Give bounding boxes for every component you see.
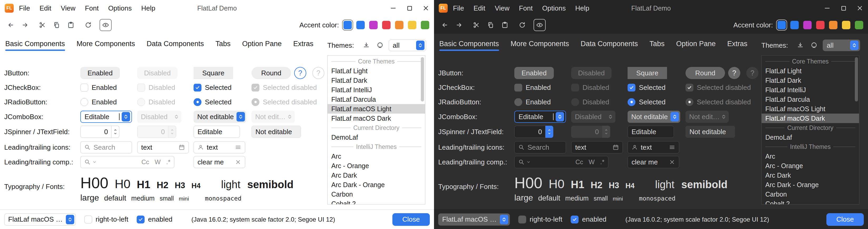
menu-help[interactable]: Help <box>575 4 589 12</box>
tab-data-components[interactable]: Data Components <box>147 34 204 54</box>
spinner-value[interactable]: 0 <box>80 126 112 138</box>
theme-item-flatlaf-dark[interactable]: FlatLaf Dark <box>762 76 859 85</box>
match-case-toggle[interactable]: Cc <box>142 159 149 166</box>
theme-item-flatlaf-light[interactable]: FlatLaf Light <box>328 66 425 76</box>
textfield-editable[interactable]: Editable <box>627 126 674 138</box>
close-dialog-button[interactable]: Close <box>827 213 864 226</box>
theme-item-flatlaf-darcula[interactable]: FlatLaf Darcula <box>762 95 859 104</box>
show-hidden-toggle-button[interactable] <box>533 19 546 31</box>
cut-button[interactable] <box>470 19 483 31</box>
theme-item-flatlaf-light[interactable]: FlatLaf Light <box>762 66 859 76</box>
spinner-buttons[interactable] <box>546 126 553 138</box>
maximize-button[interactable] <box>835 0 852 16</box>
spinner-down-icon[interactable] <box>113 132 118 135</box>
theme-item-cobalt2[interactable]: Cobalt 2 <box>762 199 859 204</box>
menu-view[interactable]: View <box>495 4 509 12</box>
calendar-icon[interactable] <box>613 144 619 150</box>
combobox-arrow-button[interactable] <box>122 112 130 121</box>
look-and-feel-combobox[interactable]: FlatLaf macOS Li... <box>4 213 76 226</box>
combobox-arrow-button[interactable] <box>237 112 245 121</box>
theme-item-arc-orange[interactable]: Arc - Orange <box>762 161 859 171</box>
tab-data-components[interactable]: Data Components <box>581 34 638 54</box>
right-to-left-checkbox[interactable]: right-to-left <box>84 215 128 224</box>
theme-item-arc-dark[interactable]: Arc Dark <box>328 171 425 180</box>
look-and-feel-combobox[interactable]: FlatLaf macOS D... <box>438 213 510 226</box>
download-themes-button[interactable] <box>361 40 371 50</box>
copy-button[interactable] <box>51 19 63 31</box>
show-hidden-toggle-button[interactable] <box>99 19 112 31</box>
tab-option-pane[interactable]: Option Pane <box>676 34 715 54</box>
theme-item-arc[interactable]: Arc <box>328 151 425 161</box>
combobox-editable[interactable]: Editable <box>514 111 566 123</box>
forward-button[interactable] <box>453 19 465 31</box>
whole-words-toggle[interactable]: W <box>589 159 595 166</box>
clear-icon[interactable] <box>235 159 241 165</box>
cut-button[interactable] <box>36 19 49 31</box>
combobox-editable[interactable]: Editable <box>80 111 132 123</box>
theme-item-arc-orange[interactable]: Arc - Orange <box>328 161 425 171</box>
menu-font[interactable]: Font <box>519 4 533 12</box>
accent-swatch-default[interactable] <box>343 21 352 29</box>
enabled-checkbox[interactable]: enabled <box>137 215 173 224</box>
tab-extras[interactable]: Extras <box>293 34 314 54</box>
themes-filter-combobox[interactable]: all <box>389 39 426 51</box>
spinner-up-icon[interactable] <box>113 128 118 132</box>
tab-tabs[interactable]: Tabs <box>215 34 230 54</box>
regex-toggle[interactable]: .* <box>600 159 604 166</box>
clearable-field[interactable]: clear me <box>627 156 679 168</box>
tab-basic-components[interactable]: Basic Components <box>439 34 499 54</box>
combobox-arrow-button[interactable] <box>671 112 679 121</box>
minimize-button[interactable] <box>819 0 835 16</box>
menu-list-icon[interactable] <box>669 144 675 150</box>
github-button[interactable] <box>375 40 385 50</box>
date-field[interactable]: text <box>571 141 623 153</box>
accent-swatch-yellow[interactable] <box>408 21 416 29</box>
checkbox-selected[interactable]: Selected <box>627 84 665 92</box>
menu-file[interactable]: File <box>453 4 464 12</box>
checkbox-enabled[interactable]: Enabled <box>80 84 117 92</box>
user-field[interactable]: text <box>627 141 679 153</box>
search-with-options-field[interactable]: Cc W .* <box>80 156 174 168</box>
spinner-value[interactable]: 0 <box>514 126 546 138</box>
maximize-button[interactable] <box>401 0 418 16</box>
combobox-arrow-button[interactable] <box>556 112 564 121</box>
theme-item-demolaf[interactable]: DemoLaf <box>762 133 859 142</box>
match-case-toggle[interactable]: Cc <box>576 159 583 166</box>
theme-item-flatlaf-dark[interactable]: FlatLaf Dark <box>328 76 425 85</box>
theme-item-flatlaf-macos-light[interactable]: FlatLaf macOS Light <box>328 104 425 114</box>
radio-enabled[interactable]: Enabled <box>80 98 117 106</box>
accent-swatch-yellow[interactable] <box>842 21 850 29</box>
forward-button[interactable] <box>19 19 31 31</box>
square-button[interactable]: Square <box>193 67 233 79</box>
menu-list-icon[interactable] <box>235 144 241 150</box>
accent-swatch-purple[interactable] <box>369 21 378 29</box>
accent-swatch-green[interactable] <box>855 21 863 29</box>
close-window-button[interactable] <box>852 0 868 16</box>
radio-enabled[interactable]: Enabled <box>514 98 551 106</box>
tab-more-components[interactable]: More Components <box>510 34 569 54</box>
theme-item-flatlaf-darcula[interactable]: FlatLaf Darcula <box>328 95 425 104</box>
menu-font[interactable]: Font <box>85 4 99 12</box>
theme-item-flatlaf-intellij[interactable]: FlatLaf IntelliJ <box>762 85 859 95</box>
theme-item-demolaf[interactable]: DemoLaf <box>328 133 425 142</box>
menu-view[interactable]: View <box>61 4 75 12</box>
theme-item-cobalt2[interactable]: Cobalt 2 <box>328 199 425 204</box>
calendar-icon[interactable] <box>179 144 185 150</box>
accent-swatch-green[interactable] <box>421 21 429 29</box>
tab-extras[interactable]: Extras <box>727 34 748 54</box>
search-field[interactable]: Search <box>80 141 132 153</box>
github-button[interactable] <box>809 40 819 50</box>
theme-item-arc-dark-orange[interactable]: Arc Dark - Orange <box>762 180 859 190</box>
accent-swatch-red[interactable] <box>816 21 825 29</box>
theme-item-flatlaf-macos-dark[interactable]: FlatLaf macOS Dark <box>762 114 859 123</box>
combobox-arrow-button[interactable] <box>416 40 425 50</box>
radio-selected[interactable]: Selected <box>193 98 231 106</box>
menu-options[interactable]: Options <box>542 4 566 12</box>
right-to-left-checkbox[interactable]: right-to-left <box>518 215 562 224</box>
enabled-button[interactable]: Enabled <box>80 67 120 79</box>
close-dialog-button[interactable]: Close <box>393 213 430 226</box>
accent-swatch-orange[interactable] <box>395 21 403 29</box>
square-button[interactable]: Square <box>627 67 667 79</box>
help-button[interactable]: ? <box>294 67 306 79</box>
minimize-button[interactable] <box>385 0 401 16</box>
